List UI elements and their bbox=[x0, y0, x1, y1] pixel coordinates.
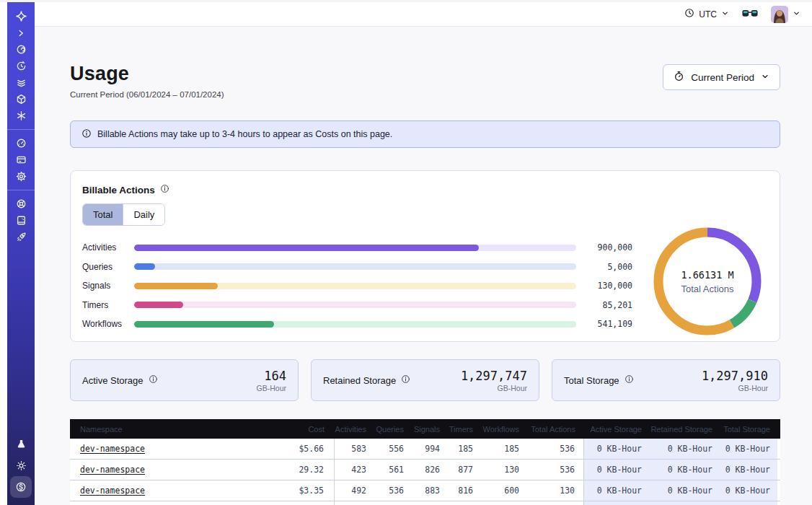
bar-row-timers: Timers85,201 bbox=[82, 296, 632, 315]
glasses-icon[interactable] bbox=[742, 8, 758, 21]
storage-card-label: Retained Storage bbox=[323, 375, 396, 386]
bar-value: 5,000 bbox=[576, 262, 632, 272]
deployments-icon[interactable] bbox=[7, 91, 35, 107]
storage-card: Total Storage 1,297,910 GB-Hour bbox=[552, 359, 780, 401]
bar-fill bbox=[134, 302, 183, 308]
labs-flask-icon[interactable] bbox=[7, 433, 35, 454]
bar-track bbox=[134, 263, 576, 270]
bar-row-queries: Queries5,000 bbox=[82, 258, 632, 277]
billing-card-icon[interactable] bbox=[7, 152, 35, 168]
info-banner: Billable Actions may take up to 3-4 hour… bbox=[70, 120, 780, 148]
table-cell: $5.66 bbox=[268, 439, 335, 459]
bar-track bbox=[134, 283, 576, 289]
column-header-activities: Activities bbox=[335, 419, 375, 439]
bar-row-signals: Signals130,000 bbox=[82, 276, 632, 296]
namespace-link[interactable]: dev-namespace bbox=[80, 465, 145, 475]
bar-row-activities: Activities900,000 bbox=[82, 238, 632, 258]
namespaces-icon[interactable] bbox=[7, 41, 35, 58]
table-cell bbox=[375, 501, 411, 505]
sidebar-divider bbox=[7, 129, 35, 130]
bar-label: Signals bbox=[82, 281, 134, 291]
nexus-icon[interactable] bbox=[7, 107, 35, 124]
bar-value: 541,109 bbox=[576, 319, 632, 329]
table-cell: 536 bbox=[528, 460, 584, 480]
account-menu[interactable] bbox=[771, 6, 800, 23]
table-cell: 826 bbox=[411, 460, 447, 480]
window-top-strip bbox=[0, 0, 812, 2]
settings-gear-icon[interactable] bbox=[7, 168, 35, 185]
table-cell bbox=[411, 501, 447, 505]
schedules-icon[interactable] bbox=[7, 58, 35, 74]
table-cell: 130 bbox=[528, 480, 584, 501]
table-cell: 185 bbox=[480, 439, 528, 459]
tab-daily[interactable]: Daily bbox=[123, 204, 164, 225]
table-cell: 583 bbox=[335, 439, 375, 459]
bar-fill bbox=[134, 263, 155, 270]
table-cell: 0 KB-Hour bbox=[584, 460, 649, 480]
table-cell: 536 bbox=[375, 480, 411, 501]
table-cell: 423 bbox=[335, 460, 375, 480]
sidebar bbox=[7, 2, 35, 505]
table-cell: 0 KB-Hour bbox=[584, 439, 649, 459]
table-cell: dev-namespace bbox=[70, 480, 268, 501]
billable-actions-title: Billable Actions bbox=[82, 185, 155, 196]
bar-fill bbox=[134, 245, 479, 251]
table-cell: 0 KB-Hour bbox=[720, 439, 777, 459]
timezone-selector[interactable]: UTC bbox=[684, 8, 729, 20]
info-icon[interactable] bbox=[160, 184, 169, 196]
table-cell: 185 bbox=[447, 439, 480, 459]
table-cell: dev-namespace bbox=[70, 439, 268, 459]
bar-track bbox=[134, 245, 576, 251]
chevron-down-icon bbox=[721, 9, 729, 19]
billable-view-tabs: TotalDaily bbox=[82, 203, 165, 226]
table-cell: 536 bbox=[528, 439, 584, 459]
period-selector-button[interactable]: Current Period bbox=[663, 64, 780, 90]
storage-card: Retained Storage 1,297,747 GB-Hour bbox=[311, 359, 539, 401]
info-icon[interactable] bbox=[149, 374, 158, 386]
bar-value: 85,201 bbox=[576, 300, 632, 310]
bar-label: Timers bbox=[82, 300, 134, 310]
storage-card-value: 1,297,747 bbox=[461, 369, 527, 383]
table-cell: 29.32 bbox=[268, 460, 335, 480]
table-cell bbox=[70, 501, 268, 505]
table-cell: $3.35 bbox=[268, 480, 335, 501]
namespace-link[interactable]: dev-namespace bbox=[80, 486, 145, 496]
period-selector-label: Current Period bbox=[691, 72, 754, 83]
usage-dollar-icon[interactable] bbox=[7, 476, 35, 498]
expand-chevron-icon[interactable] bbox=[7, 25, 35, 41]
table-cell: 600 bbox=[480, 480, 528, 501]
timezone-label: UTC bbox=[699, 9, 717, 19]
page-content: Usage Current Period (06/01/2024 – 07/01… bbox=[35, 63, 812, 505]
table-cell: 0 KB-Hour bbox=[649, 460, 720, 480]
column-header-total-actions: Total Actions bbox=[528, 419, 584, 439]
table-cell bbox=[649, 501, 720, 505]
storage-card-unit: GB-Hour bbox=[257, 384, 286, 392]
layers-icon[interactable] bbox=[7, 74, 35, 91]
column-header-queries: Queries bbox=[375, 419, 411, 439]
table-row bbox=[70, 501, 780, 505]
bar-track bbox=[134, 302, 576, 308]
table-row: dev-namespace29.324235618268771305360 KB… bbox=[70, 460, 780, 480]
docs-icon[interactable] bbox=[7, 212, 35, 229]
table-cell: 561 bbox=[375, 460, 411, 480]
table-cell bbox=[335, 501, 375, 505]
table-row: dev-namespace$5.665835569941851855360 KB… bbox=[70, 439, 780, 460]
usage-gauge-icon[interactable] bbox=[7, 135, 35, 152]
billable-actions-card: Billable Actions TotalDaily Activities90… bbox=[70, 170, 780, 342]
bar-track bbox=[134, 321, 576, 328]
temporal-logo[interactable] bbox=[7, 8, 35, 25]
namespace-link[interactable]: dev-namespace bbox=[80, 444, 145, 454]
bar-value: 900,000 bbox=[576, 242, 632, 252]
info-icon[interactable] bbox=[625, 374, 634, 386]
storage-card-label: Total Storage bbox=[564, 375, 619, 386]
rocket-icon[interactable] bbox=[7, 229, 35, 245]
column-header-timers: Timers bbox=[447, 419, 480, 439]
bar-fill bbox=[134, 321, 274, 328]
storage-card-value: 1,297,910 bbox=[702, 369, 768, 383]
tab-total[interactable]: Total bbox=[83, 204, 123, 225]
table-cell: 0 KB-Hour bbox=[649, 439, 720, 459]
info-icon[interactable] bbox=[401, 374, 410, 386]
bar-value: 130,000 bbox=[576, 281, 632, 291]
theme-sun-icon[interactable] bbox=[7, 454, 35, 476]
support-lifebuoy-icon[interactable] bbox=[7, 196, 35, 212]
